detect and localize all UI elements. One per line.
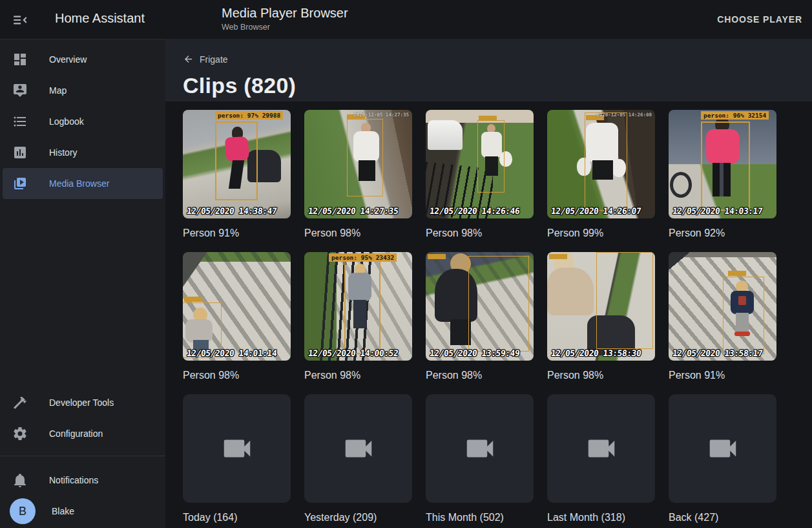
clip-thumbnail[interactable]: 2020-12-05 14:27:35 12/05/2020 14:27:35 (304, 110, 412, 218)
clip-timestamp: 12/05/2020 14:38:47 (186, 206, 277, 216)
avatar: B (10, 498, 36, 524)
clip-card[interactable]: person: 95% 23432 12/05/2020 14:00:52 Pe… (304, 252, 412, 382)
sidebar-item-label: Media Browser (49, 178, 109, 189)
folder-thumbnail[interactable] (426, 394, 534, 503)
detection-bbox (596, 252, 653, 349)
arrow-left-icon (183, 54, 194, 65)
chart-box-icon (12, 145, 28, 160)
breadcrumb[interactable]: Frigate (183, 54, 228, 65)
detection-bbox (585, 112, 627, 211)
clip-card[interactable]: 12/05/2020 14:26:46 Person 98% (426, 110, 534, 240)
sidebar-item-media-browser[interactable]: Media Browser (3, 168, 163, 199)
clip-timestamp: 12/05/2020 14:03:17 (672, 206, 763, 216)
clip-card[interactable]: 12/05/2020 13:59:49 Person 98% (426, 252, 534, 382)
sidebar-item-label: Notifications (49, 475, 98, 485)
sidebar-item-user-profile[interactable]: B Blake (3, 496, 163, 527)
folder-card-last-month[interactable]: Last Month (318) (547, 394, 655, 524)
folder-caption: Today (164) (183, 511, 291, 524)
page-title-block: Media Player Browser Web Browser (222, 6, 348, 32)
breadcrumb-label: Frigate (200, 54, 228, 65)
person-torso (547, 268, 594, 315)
detection-bbox (344, 260, 380, 354)
clip-thumbnail[interactable]: 2020-12-05 14:26:08 12/05/2020 14:26:07 (547, 110, 655, 218)
clip-thumbnail[interactable]: 12/05/2020 13:59:49 (426, 252, 534, 361)
media-grid: person: 97% 29988 12/05/2020 14:38:47 Pe… (183, 110, 812, 524)
sidebar-item-developer-tools[interactable]: Developer Tools (3, 387, 163, 418)
top-app-bar: Home Assistant Media Player Browser Web … (0, 0, 812, 39)
clip-card[interactable]: 2020-12-05 14:26:08 12/05/2020 14:26:07 … (547, 110, 655, 240)
clip-thumbnail[interactable]: person: 95% 23432 12/05/2020 14:00:52 (304, 252, 412, 361)
camera-osd-timestamp: 2020-12-05 14:27:35 (353, 112, 409, 118)
detection-bbox (477, 120, 505, 193)
main-content: Frigate Clips (820) person: 97% 29988 (165, 39, 812, 528)
page-heading: Clips (820) (183, 73, 812, 98)
sidebar-toggle-icon[interactable] (12, 12, 28, 28)
clip-timestamp: 12/05/2020 13:58:30 (550, 348, 641, 358)
detection-label: person: 95% 23432 (329, 253, 397, 262)
view-dashboard-icon (12, 52, 28, 67)
folder-card-today[interactable]: Today (164) (183, 394, 291, 524)
clip-card[interactable]: 12/05/2020 14:01:14 Person 98% (183, 252, 291, 382)
sidebar-divider (0, 456, 165, 456)
mini-detection-label (479, 116, 497, 121)
clip-thumbnail[interactable]: 12/05/2020 14:01:14 (183, 252, 291, 361)
clip-thumbnail[interactable]: person: 96% 32154 12/05/2020 14:03:17 (669, 110, 776, 218)
folder-caption: This Month (502) (426, 511, 534, 524)
sidebar-item-history[interactable]: History (3, 137, 163, 168)
clip-timestamp: 12/05/2020 13:58:17 (672, 348, 763, 358)
clip-timestamp: 12/05/2020 14:26:07 (550, 206, 641, 216)
sidebar-item-label: Configuration (49, 428, 103, 439)
video-camera-icon (341, 431, 376, 466)
video-camera-icon (705, 431, 740, 466)
sidebar-footer: Notifications B Blake (0, 465, 165, 528)
clip-card[interactable]: 2020-12-05 14:27:35 12/05/2020 14:27:35 … (304, 110, 412, 240)
folder-thumbnail[interactable] (669, 394, 776, 503)
clip-timestamp: 12/05/2020 14:00:52 (307, 348, 399, 358)
clip-card[interactable]: person: 96% 32154 12/05/2020 14:03:17 Pe… (669, 110, 776, 240)
clip-caption: Person 98% (547, 369, 655, 382)
clip-caption: Person 98% (426, 227, 534, 240)
app-title: Home Assistant (55, 11, 145, 26)
clip-caption: Person 98% (426, 369, 534, 382)
clip-caption: Person 91% (183, 227, 291, 240)
sidebar-item-label: Overview (49, 54, 87, 65)
sidebar-item-notifications[interactable]: Notifications (3, 465, 163, 496)
folder-thumbnail[interactable] (183, 394, 291, 503)
folder-thumbnail[interactable] (304, 394, 412, 503)
clip-caption: Person 98% (304, 227, 412, 240)
menu-open-icon (12, 12, 28, 28)
bell-icon (12, 472, 28, 488)
folder-card-yesterday[interactable]: Yesterday (209) (304, 394, 412, 524)
sidebar-item-label: History (49, 147, 78, 158)
sidebar-item-overview[interactable]: Overview (3, 44, 163, 75)
sidebar-item-label: Logbook (49, 116, 84, 127)
sidebar-item-label: Map (49, 85, 67, 96)
folder-card-this-month[interactable]: This Month (502) (426, 394, 534, 524)
clip-card[interactable]: 12/05/2020 13:58:30 Person 98% (547, 252, 655, 382)
content-header: Frigate Clips (820) (165, 39, 812, 101)
folder-thumbnail[interactable] (547, 394, 655, 503)
detection-label: person: 96% 32154 (701, 111, 769, 120)
clip-thumbnail[interactable]: person: 97% 29988 12/05/2020 14:38:47 (183, 110, 291, 218)
clip-card[interactable]: 12/05/2020 13:58:17 Person 91% (669, 252, 776, 382)
detection-label: person: 97% 29988 (215, 111, 283, 120)
clip-card[interactable]: person: 97% 29988 12/05/2020 14:38:47 Pe… (183, 110, 291, 240)
choose-player-button[interactable]: CHOOSE PLAYER (717, 0, 802, 39)
clip-thumbnail[interactable]: 12/05/2020 14:26:46 (426, 110, 534, 218)
gear-icon (12, 426, 28, 441)
folder-card-back[interactable]: Back (427) (669, 394, 776, 524)
sidebar-item-map[interactable]: Map (3, 75, 163, 106)
app-window: Home Assistant Media Player Browser Web … (0, 0, 812, 528)
detection-bbox (701, 121, 750, 211)
car-shape (428, 120, 463, 150)
user-name-label: Blake (52, 506, 74, 516)
sidebar-item-logbook[interactable]: Logbook (3, 106, 163, 137)
clip-thumbnail[interactable]: 12/05/2020 13:58:17 (669, 252, 776, 361)
clip-timestamp: 12/05/2020 14:01:14 (186, 348, 277, 358)
clip-caption: Person 98% (304, 369, 412, 382)
mini-detection-label (428, 254, 446, 259)
clip-thumbnail[interactable]: 12/05/2020 13:58:30 (547, 252, 655, 361)
folder-caption: Last Month (318) (547, 511, 655, 524)
page-title: Media Player Browser (222, 6, 348, 21)
sidebar-item-configuration[interactable]: Configuration (3, 418, 163, 449)
